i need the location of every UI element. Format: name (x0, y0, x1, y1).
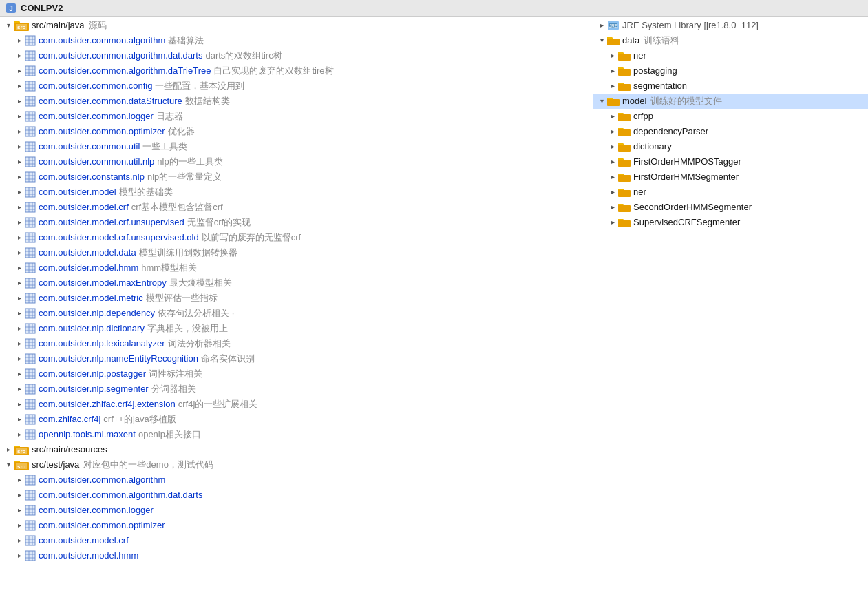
tree-item-pkg-util-nlp[interactable]: ▸ com.outsider.common.util.nlpnlp的一些工具类 (0, 154, 593, 169)
tree-item-model-FirstOrderHMMSegmenter[interactable]: ▸ FirstOrderHMMSegmenter (593, 169, 868, 185)
expand-arrow[interactable]: ▸ (3, 443, 14, 457)
expand-arrow[interactable]: ▸ (14, 200, 25, 214)
tree-item-pkg-algorithm-daTrieTree[interactable]: ▸ com.outsider.common.algorithm.daTrieTr… (0, 63, 593, 79)
expand-arrow[interactable]: ▸ (607, 216, 618, 229)
expand-arrow[interactable]: ▸ (14, 185, 25, 199)
tree-item-test-pkg-optimizer[interactable]: ▸ com.outsider.common.optimizer (0, 518, 593, 533)
tree-item-pkg-algorithm[interactable]: ▸ com.outsider.common.algorithm基础算法 (0, 33, 593, 48)
expand-arrow[interactable]: ▸ (14, 428, 25, 441)
expand-arrow[interactable]: ▸ (14, 473, 25, 487)
tree-item-src-main-java[interactable]: ▾ src src/main/java源码 (0, 18, 593, 33)
left-panel[interactable]: ▾ src src/main/java源码▸ com.outsider.comm… (0, 17, 593, 614)
tree-item-pkg-nlp-postagger[interactable]: ▸ com.outsider.nlp.postagger词性标注相关 (0, 366, 593, 382)
expand-arrow[interactable]: ▸ (14, 352, 25, 366)
tree-item-pkg-optimizer[interactable]: ▸ com.outsider.common.optimizer优化器 (0, 124, 593, 139)
expand-arrow[interactable]: ▸ (14, 216, 25, 229)
tree-item-pkg-model[interactable]: ▸ com.outsider.model模型的基础类 (0, 185, 593, 200)
expand-arrow[interactable]: ▸ (607, 155, 618, 169)
expand-arrow[interactable]: ▸ (14, 503, 25, 517)
expand-arrow[interactable]: ▸ (14, 413, 25, 426)
expand-arrow[interactable]: ▸ (14, 322, 25, 335)
tree-item-pkg-model-crf-unsupervised-old[interactable]: ▸ com.outsider.model.crf.unsupervised.ol… (0, 230, 593, 245)
right-panel[interactable]: ▸ JRE JRE System Library [jre1.8.0_112] … (593, 17, 868, 614)
expand-arrow[interactable]: ▸ (14, 519, 25, 532)
tree-item-test-pkg-algorithm[interactable]: ▸ com.outsider.common.algorithm (0, 472, 593, 488)
expand-arrow[interactable]: ▸ (607, 49, 618, 63)
tree-item-model-SupervisedCRFSegmenter[interactable]: ▸ SupervisedCRFSegmenter (593, 215, 868, 230)
expand-arrow[interactable]: ▸ (14, 291, 25, 305)
tree-item-pkg-model-metric[interactable]: ▸ com.outsider.model.metric模型评估一些指标 (0, 291, 593, 306)
tree-item-pkg-opennlp[interactable]: ▸ opennlp.tools.ml.maxentopenlp相关接口 (0, 427, 593, 442)
expand-arrow[interactable]: ▸ (607, 79, 618, 93)
tree-item-pkg-logger[interactable]: ▸ com.outsider.common.logger日志器 (0, 109, 593, 124)
expand-arrow[interactable]: ▾ (3, 458, 14, 472)
expand-arrow[interactable]: ▸ (14, 155, 25, 169)
expand-arrow[interactable]: ▸ (607, 125, 618, 138)
tree-item-pkg-nlp-lexicalanalyzer[interactable]: ▸ com.outsider.nlp.lexicalanalyzer词法分析器相… (0, 336, 593, 351)
tree-item-data-folder[interactable]: ▾ data训练语料 (593, 33, 868, 48)
tree-item-model-folder[interactable]: ▾ model训练好的模型文件 (593, 94, 868, 109)
tree-item-pkg-dataStructure[interactable]: ▸ com.outsider.common.dataStructure数据结构类 (0, 94, 593, 109)
tree-item-pkg-nlp-dependency[interactable]: ▸ com.outsider.nlp.dependency依存句法分析相关 · (0, 306, 593, 321)
expand-arrow[interactable]: ▸ (607, 110, 618, 123)
tree-item-src-test-java[interactable]: ▾ src src/test/java对应包中的一些demo，测试代码 (0, 457, 593, 472)
tree-item-pkg-algorithm-dat-darts[interactable]: ▸ com.outsider.common.algorithm.dat.dart… (0, 48, 593, 63)
tree-item-site-system-library[interactable]: ▸ JRE JRE System Library [jre1.8.0_112] (593, 18, 868, 33)
tree-item-data-postagging[interactable]: ▸ postagging (593, 63, 868, 79)
tree-item-data-ner[interactable]: ▸ ner (593, 48, 868, 63)
expand-arrow[interactable]: ▸ (607, 64, 618, 78)
expand-arrow[interactable]: ▸ (14, 306, 25, 320)
expand-arrow[interactable]: ▸ (14, 64, 25, 78)
tree-item-model-FirstOrderHMMPOSTagger[interactable]: ▸ FirstOrderHMMPOSTagger (593, 154, 868, 169)
tree-item-src-main-resources[interactable]: ▸ src src/main/resources (0, 442, 593, 457)
tree-item-model-dependencyParser[interactable]: ▸ dependencyParser (593, 124, 868, 139)
expand-arrow[interactable]: ▸ (14, 170, 25, 184)
tree-item-test-pkg-model-hmm[interactable]: ▸ com.outsider.model.hmm (0, 548, 593, 563)
tree-item-pkg-zhifac-crf4j-main[interactable]: ▸ com.zhifac.crf4jcrf++的java移植版 (0, 412, 593, 427)
tree-item-pkg-model-crf-unsupervised[interactable]: ▸ com.outsider.model.crf.unsupervised无监督… (0, 215, 593, 230)
tree-item-pkg-nlp-dictionary[interactable]: ▸ com.outsider.nlp.dictionary字典相关，没被用上 (0, 321, 593, 336)
expand-arrow[interactable]: ▸ (14, 276, 25, 290)
expand-arrow[interactable]: ▸ (14, 140, 25, 154)
expand-arrow[interactable]: ▸ (607, 170, 618, 184)
expand-arrow[interactable]: ▸ (14, 34, 25, 48)
expand-arrow[interactable]: ▸ (607, 140, 618, 154)
expand-arrow[interactable]: ▸ (14, 488, 25, 502)
tree-item-pkg-util[interactable]: ▸ com.outsider.common.util一些工具类 (0, 139, 593, 154)
tree-item-pkg-zhifac-crf4j[interactable]: ▸ com.outsider.zhifac.crf4j.extensioncrf… (0, 397, 593, 412)
expand-arrow[interactable]: ▸ (14, 367, 25, 381)
tree-item-pkg-model-maxEntropy[interactable]: ▸ com.outsider.model.maxEntropy最大熵模型相关 (0, 275, 593, 291)
expand-arrow[interactable]: ▸ (607, 185, 618, 199)
tree-item-pkg-model-data[interactable]: ▸ com.outsider.model.data模型训练用到数据转换器 (0, 245, 593, 260)
expand-arrow[interactable]: ▸ (14, 49, 25, 63)
expand-arrow[interactable]: ▾ (596, 94, 607, 108)
tree-item-test-pkg-algorithm-dat[interactable]: ▸ com.outsider.common.algorithm.dat.dart… (0, 488, 593, 503)
expand-arrow[interactable]: ▸ (14, 397, 25, 411)
tree-item-model-SecondOrderHMMSegmenter[interactable]: ▸ SecondOrderHMMSegmenter (593, 200, 868, 215)
expand-arrow[interactable]: ▸ (14, 125, 25, 138)
tree-item-model-ner[interactable]: ▸ ner (593, 185, 868, 200)
tree-item-test-pkg-logger[interactable]: ▸ com.outsider.common.logger (0, 503, 593, 518)
expand-arrow[interactable]: ▸ (14, 337, 25, 351)
expand-arrow[interactable]: ▸ (14, 261, 25, 275)
tree-item-model-crfpp[interactable]: ▸ crfpp (593, 109, 868, 124)
expand-arrow[interactable]: ▾ (3, 19, 14, 32)
expand-arrow[interactable]: ▸ (14, 79, 25, 93)
expand-arrow[interactable]: ▸ (14, 231, 25, 244)
expand-arrow[interactable]: ▸ (607, 200, 618, 214)
expand-arrow[interactable]: ▸ (596, 19, 607, 32)
expand-arrow[interactable]: ▸ (14, 382, 25, 396)
expand-arrow[interactable]: ▸ (14, 534, 25, 548)
tree-item-pkg-model-hmm[interactable]: ▸ com.outsider.model.hmmhmm模型相关 (0, 260, 593, 275)
tree-item-pkg-nlp-segmenter[interactable]: ▸ com.outsider.nlp.segmenter分词器相关 (0, 382, 593, 397)
expand-arrow[interactable]: ▸ (14, 246, 25, 260)
expand-arrow[interactable]: ▸ (14, 94, 25, 108)
expand-arrow[interactable]: ▸ (14, 110, 25, 123)
tree-item-data-segmentation[interactable]: ▸ segmentation (593, 79, 868, 94)
tree-item-test-pkg-model-crf[interactable]: ▸ com.outsider.model.crf (0, 533, 593, 548)
tree-item-pkg-config[interactable]: ▸ com.outsider.common.config一些配置，基本没用到 (0, 79, 593, 94)
expand-arrow[interactable]: ▾ (596, 34, 607, 48)
tree-item-pkg-model-crf[interactable]: ▸ com.outsider.model.crfcrf基本模型包含监督crf (0, 200, 593, 215)
expand-arrow[interactable]: ▸ (14, 549, 25, 563)
tree-item-pkg-constants-nlp[interactable]: ▸ com.outsider.constants.nlpnlp的一些常量定义 (0, 169, 593, 185)
